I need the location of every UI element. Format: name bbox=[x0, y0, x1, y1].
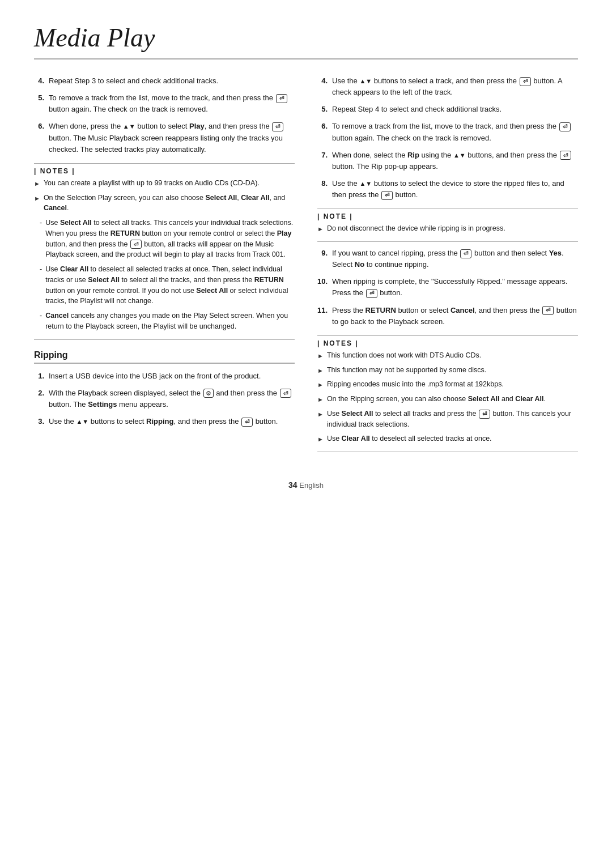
button-icon bbox=[479, 410, 490, 419]
list-item: 4. Use the ▲▼ buttons to select a track,… bbox=[317, 75, 578, 98]
button-icon bbox=[276, 94, 287, 103]
list-item: 6. To remove a track from the list, move… bbox=[317, 121, 578, 143]
button-icon bbox=[559, 122, 571, 131]
list-item: 2. With the Playback screen displayed, s… bbox=[34, 388, 295, 410]
notes-label: | NOTES | bbox=[34, 167, 295, 175]
list-item: 5. To remove a track from the list, move… bbox=[34, 92, 295, 115]
notes2-item: ► This function does not work with DTS A… bbox=[317, 350, 578, 361]
notes2-list: ► This function does not work with DTS A… bbox=[317, 350, 578, 444]
section-heading-ripping: Ripping bbox=[34, 350, 295, 364]
page-footer: 34 English bbox=[34, 480, 578, 490]
notes2-item: ► Ripping encodes music into the .mp3 fo… bbox=[317, 379, 578, 390]
ripping-list: 1. Insert a USB device into the USB jack… bbox=[34, 371, 295, 428]
note-list-single: ► Do not disconnect the device while rip… bbox=[317, 223, 578, 234]
list-item: 10. When ripping is complete, the "Succe… bbox=[317, 276, 578, 299]
notes-label-2: | NOTES | bbox=[317, 339, 578, 347]
list-item: 6. When done, press the ▲▼ button to sel… bbox=[34, 121, 295, 155]
sub-notes-item: Cancel cancels any changes you made on t… bbox=[40, 310, 295, 332]
button-icon bbox=[241, 418, 253, 427]
notes-box: | NOTES | ► You can create a playlist wi… bbox=[34, 163, 295, 340]
list-item: 9. If you want to cancel ripping, press … bbox=[317, 248, 578, 270]
sub-notes-list: Use Select All to select all tracks. Thi… bbox=[40, 218, 295, 332]
notes2-item: ► This function may not be supported by … bbox=[317, 365, 578, 376]
notes-item: ► You can create a playlist with up to 9… bbox=[34, 178, 295, 189]
left-list-top: 4. Repeat Step 3 to select and check add… bbox=[34, 75, 295, 155]
notes-item: ► On the Selection Play screen, you can … bbox=[34, 193, 295, 214]
button-icon bbox=[460, 249, 471, 258]
right-column: 4. Use the ▲▼ buttons to select a track,… bbox=[317, 75, 578, 458]
notes-box-2: | NOTES | ► This function does not work … bbox=[317, 335, 578, 452]
left-column: 4. Repeat Step 3 to select and check add… bbox=[34, 75, 295, 458]
right-list-bottom: 9. If you want to cancel ripping, press … bbox=[317, 248, 578, 327]
sub-notes-item: Use Select All to select all tracks. Thi… bbox=[40, 218, 295, 260]
right-list-top: 4. Use the ▲▼ buttons to select a track,… bbox=[317, 75, 578, 201]
note-item: ► Do not disconnect the device while rip… bbox=[317, 223, 578, 234]
button-icon bbox=[520, 77, 531, 86]
list-item: 5. Repeat Step 4 to select and check add… bbox=[317, 104, 578, 115]
list-item: 3. Use the ▲▼ buttons to select Ripping,… bbox=[34, 416, 295, 427]
page-title: Media Play bbox=[34, 23, 578, 59]
button-icon bbox=[366, 289, 377, 298]
page-number: 34 bbox=[288, 480, 298, 490]
button-icon bbox=[560, 151, 571, 160]
note-box-single: | NOTE | ► Do not disconnect the device … bbox=[317, 209, 578, 242]
page-english: English bbox=[299, 481, 324, 490]
button-icon bbox=[272, 122, 283, 131]
notes2-item: ► Use Select All to select all tracks an… bbox=[317, 409, 578, 430]
list-item: 8. Use the ▲▼ buttons to select the devi… bbox=[317, 178, 578, 201]
notes-list: ► You can create a playlist with up to 9… bbox=[34, 178, 295, 214]
list-item: 11. Press the RETURN button or select Ca… bbox=[317, 305, 578, 327]
notes2-item: ► Use Clear All to deselect all selected… bbox=[317, 433, 578, 444]
notes2-item: ► On the Ripping screen, you can also ch… bbox=[317, 394, 578, 405]
button-icon bbox=[542, 306, 554, 315]
button-icon bbox=[280, 389, 291, 398]
note-label: | NOTE | bbox=[317, 212, 578, 220]
list-item: 4. Repeat Step 3 to select and check add… bbox=[34, 75, 295, 87]
button-icon bbox=[381, 191, 393, 200]
settings-icon bbox=[203, 389, 214, 398]
sub-notes-item: Use Clear All to deselect all selected t… bbox=[40, 264, 295, 307]
list-item: 1. Insert a USB device into the USB jack… bbox=[34, 371, 295, 382]
list-item: 7. When done, select the Rip using the ▲… bbox=[317, 150, 578, 172]
button-icon bbox=[130, 240, 142, 249]
